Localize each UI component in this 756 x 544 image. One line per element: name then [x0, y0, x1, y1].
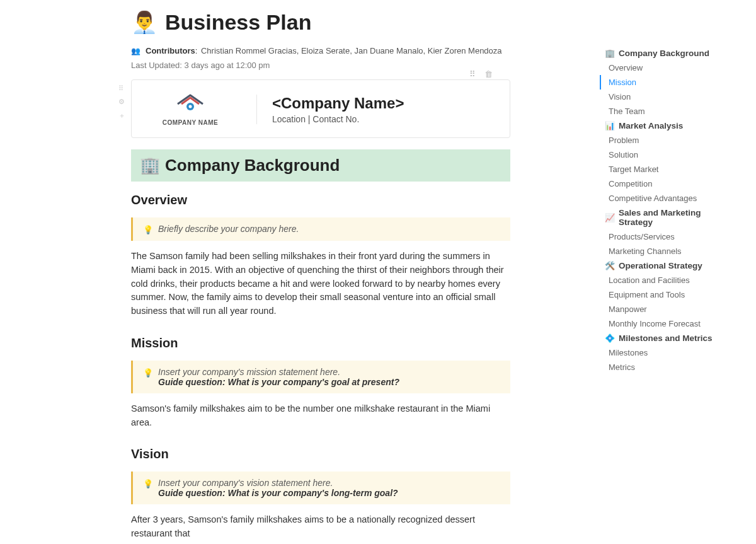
house-logo-icon	[175, 93, 205, 115]
toc-heading-label: Market Analysis	[619, 121, 683, 130]
toc-item-location-facilities[interactable]: Location and Facilities	[600, 273, 726, 287]
heading-mission[interactable]: Mission	[131, 336, 510, 350]
company-card-block: ⠿ 🗑 ⠿ ⚙ ＋ COMPANY NAME <Company Name> Lo…	[131, 79, 510, 138]
callout-guide: Guide question: What is your company's l…	[158, 488, 500, 498]
toc-item-vision[interactable]: Vision	[600, 90, 726, 104]
document-body: 👨‍💼 Business Plan 👥 Contributors: Christ…	[0, 0, 548, 544]
toc-item-manpower[interactable]: Manpower	[600, 302, 726, 316]
drag-handle-icon[interactable]: ⠿	[118, 84, 125, 93]
toc-item-competitive-advantages[interactable]: Competitive Advantages	[600, 191, 726, 205]
toc-item-monthly-income-forecast[interactable]: Monthly Income Forecast	[600, 316, 726, 331]
callout-line1: Insert your company's vision statement h…	[158, 478, 500, 488]
page-title[interactable]: Business Plan	[165, 10, 311, 35]
colon: :	[195, 46, 200, 55]
block-toolbar: ⠿ 🗑	[469, 69, 493, 79]
toc-heading-milestones-metrics[interactable]: 💠 Milestones and Metrics	[600, 331, 726, 345]
diamond-icon: 💠	[605, 333, 615, 343]
vision-body[interactable]: After 3 years, Samson's family milkshake…	[131, 513, 510, 541]
bulb-icon: 💡	[143, 479, 153, 489]
svg-point-1	[189, 105, 192, 108]
people-icon: 👥	[131, 47, 140, 55]
company-meta: <Company Name> Location | Contact No.	[256, 95, 404, 124]
company-card[interactable]: COMPANY NAME <Company Name> Location | C…	[131, 79, 510, 138]
tools-icon: 🛠️	[605, 261, 615, 270]
company-logo: COMPANY NAME	[149, 93, 231, 126]
heading-overview[interactable]: Overview	[131, 193, 510, 207]
logo-caption: COMPANY NAME	[163, 119, 218, 126]
toc-heading-label: Operational Strategy	[619, 261, 702, 270]
toc-heading-sales-marketing[interactable]: 📈 Sales and Marketing Strategy	[600, 205, 726, 229]
callout-mission[interactable]: 💡 Insert your company's mission statemen…	[131, 361, 510, 393]
toc-item-milestones[interactable]: Milestones	[600, 345, 726, 360]
section-header-company-background[interactable]: 🏢 Company Background	[131, 149, 510, 182]
building-icon: 🏢	[140, 156, 160, 175]
toc-item-target-market[interactable]: Target Market	[600, 162, 726, 177]
page-icon[interactable]: 👨‍💼	[131, 9, 158, 35]
toc-heading-market-analysis[interactable]: 📊 Market Analysis	[600, 119, 726, 133]
toc-item-products-services[interactable]: Products/Services	[600, 229, 726, 244]
callout-text: Briefly describe your company here.	[158, 224, 299, 234]
toc-item-overview[interactable]: Overview	[600, 61, 726, 75]
toc-item-equipment-tools[interactable]: Equipment and Tools	[600, 287, 726, 302]
callout-vision[interactable]: 💡 Insert your company's vision statement…	[131, 472, 510, 504]
toc-heading-label: Company Background	[619, 49, 709, 58]
bulb-icon: 💡	[143, 225, 153, 234]
mission-body[interactable]: Samson's family milkshakes aim to be the…	[131, 402, 510, 430]
contributors-names: Christian Rommel Gracias, Eloiza Serate,…	[201, 46, 502, 55]
callout-guide: Guide question: What is your company's g…	[158, 377, 500, 387]
company-location-contact[interactable]: Location | Contact No.	[272, 114, 404, 124]
block-side-handles: ⠿ ⚙ ＋	[118, 84, 125, 120]
callout-line1: Insert your company's mission statement …	[158, 367, 500, 377]
company-name-heading[interactable]: <Company Name>	[272, 95, 404, 112]
toc-heading-operational-strategy[interactable]: 🛠️ Operational Strategy	[600, 258, 726, 273]
toc-item-mission[interactable]: Mission	[600, 75, 726, 90]
overview-body[interactable]: The Samson family had been selling milks…	[131, 250, 510, 318]
toc-item-the-team[interactable]: The Team	[600, 104, 726, 119]
delete-icon[interactable]: 🗑	[484, 69, 493, 79]
callout-overview[interactable]: 💡 Briefly describe your company here.	[131, 217, 510, 241]
building-icon: 🏢	[605, 49, 615, 58]
bulb-icon: 💡	[143, 368, 153, 378]
section-title: Company Background	[165, 156, 340, 175]
toc-item-competition[interactable]: Competition	[600, 177, 726, 191]
add-icon[interactable]: ＋	[118, 111, 125, 120]
heading-vision[interactable]: Vision	[131, 447, 510, 461]
chart-up-icon: 📈	[605, 213, 615, 223]
toc-heading-company-background[interactable]: 🏢 Company Background	[600, 46, 726, 61]
toc-item-metrics[interactable]: Metrics	[600, 360, 726, 374]
last-updated: Last Updated: 3 days ago at 12:00 pm	[131, 61, 510, 70]
contributors-row[interactable]: 👥 Contributors: Christian Rommel Gracias…	[131, 46, 510, 55]
table-of-contents: 🏢 Company Background Overview Mission Vi…	[600, 46, 726, 374]
chart-icon: 📊	[605, 121, 615, 130]
drag-handle-icon[interactable]: ⠿	[469, 69, 476, 79]
settings-icon[interactable]: ⚙	[118, 98, 125, 106]
toc-item-marketing-channels[interactable]: Marketing Channels	[600, 244, 726, 258]
toc-item-solution[interactable]: Solution	[600, 148, 726, 162]
page-title-row: 👨‍💼 Business Plan	[131, 9, 510, 35]
toc-heading-label: Milestones and Metrics	[619, 333, 713, 343]
contributors-label: Contributors	[146, 46, 195, 55]
toc-heading-label: Sales and Marketing Strategy	[619, 208, 721, 227]
toc-item-problem[interactable]: Problem	[600, 133, 726, 148]
